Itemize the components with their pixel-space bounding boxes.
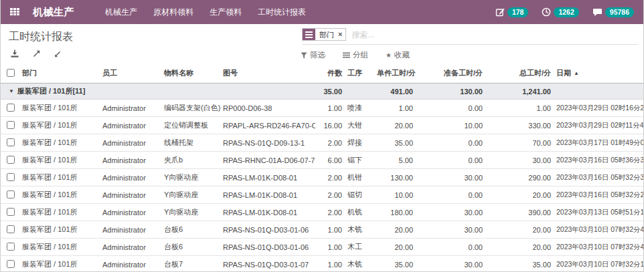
cell-material: 台板6 <box>161 239 220 256</box>
filters-button[interactable]: 筛选 <box>301 50 325 60</box>
cell-material: Y向驱动座 <box>161 169 220 186</box>
cell-process: 锯切 <box>345 186 374 204</box>
cell-department: 服装军团 / 101所 <box>19 221 100 239</box>
favorites-button[interactable]: ★ 收藏 <box>386 50 410 60</box>
app-window: 机械生产 机械生产 原材料领料 生产领料 工时统计报表 178 1262 <box>0 0 644 272</box>
cell-drawing: RPAS-LM-01K-D08-01 <box>220 169 315 186</box>
cell-employee: Administrator <box>100 221 161 239</box>
column-header-process[interactable]: 工序 <box>345 63 374 84</box>
cell-process: 喷漆 <box>345 100 374 117</box>
table-row[interactable]: 服装军团 / 101所 Administrator Y向驱动座 RPAS-LM-… <box>1 204 644 221</box>
row-checkbox[interactable] <box>7 138 15 146</box>
table-row[interactable]: 服装军团 / 101所 Administrator 台板6 RPAS-NS-01… <box>1 239 644 256</box>
row-checkbox[interactable] <box>7 104 15 112</box>
cell-unit-time: 130.00 <box>374 169 416 186</box>
notification-count: 178 <box>507 7 529 17</box>
row-checkbox[interactable] <box>7 225 15 233</box>
systray-messages[interactable]: 95786 <box>592 7 634 17</box>
menu-item-work-hours-report[interactable]: 工时统计报表 <box>258 7 306 18</box>
column-header-drawing[interactable]: 图号 <box>220 63 315 84</box>
cell-qty: 6.00 <box>315 152 345 169</box>
page-title: 工时统计报表 <box>9 30 73 44</box>
table-row[interactable]: 服装军团 / 101所 Administrator 编码器支架(白色) RP00… <box>1 100 644 117</box>
cell-drawing: RPAS-NS-01Q-D03-01-06 <box>220 221 315 239</box>
cell-date: 2023年03月16日 05时36分32秒 <box>554 152 644 169</box>
group-total-qty: 35.00 <box>315 84 345 100</box>
cell-unit-time: 10.00 <box>374 186 416 204</box>
table-row[interactable]: 服装军团 / 101所 Administrator 台板6 RPAS-NS-01… <box>1 221 644 239</box>
cell-department: 服装军团 / 101所 <box>19 152 100 169</box>
cell-qty: 2.00 <box>315 134 345 152</box>
cell-department: 服装军团 / 101所 <box>19 169 100 186</box>
row-checkbox[interactable] <box>7 190 15 198</box>
table-row[interactable]: 服装军团 / 101所 Administrator 定位销调整板 RPAPL-A… <box>1 117 644 134</box>
column-header-qty[interactable]: 件数 <box>315 63 345 84</box>
group-label: 服装军团 / 101所[11] <box>17 87 85 95</box>
cell-total-time: 35.00 <box>485 256 554 272</box>
cell-date: 2023年03月10日 07时32分45秒 <box>554 221 644 239</box>
row-checkbox[interactable] <box>7 260 15 268</box>
table-row[interactable]: 服装军团 / 101所 Administrator 台板7 RPAS-NS-01… <box>1 256 644 272</box>
column-header-total-time[interactable]: 总工时/分 <box>485 63 554 84</box>
systray-activities[interactable]: 1262 <box>542 7 578 17</box>
apps-grid-icon[interactable] <box>10 8 21 17</box>
column-header-employee[interactable]: 员工 <box>100 63 161 84</box>
systray-notes[interactable]: 178 <box>495 7 529 17</box>
row-checkbox[interactable] <box>7 121 15 129</box>
cell-date: 2023年03月29日 02时11分44秒 <box>554 117 644 134</box>
cell-drawing: RPAS-NS-01Q-D09-13-1 <box>220 134 315 152</box>
table-row[interactable]: 服装军团 / 101所 Administrator 夹爪b RPAS-RHNC-… <box>1 152 644 169</box>
cell-material: Y向驱动座 <box>161 204 220 221</box>
cell-qty: 1.00 <box>315 100 345 117</box>
column-header-date[interactable]: 日期▲ <box>554 63 644 84</box>
cell-unit-time: 35.00 <box>374 256 416 272</box>
star-icon: ★ <box>386 51 392 59</box>
cell-unit-time: 20.00 <box>374 239 416 256</box>
search-bar: 部门 × <box>302 28 638 45</box>
download-icon[interactable] <box>10 49 19 61</box>
cell-unit-time: 180.00 <box>374 204 416 221</box>
facet-remove-icon[interactable]: × <box>337 29 345 40</box>
app-title: 机械生产 <box>33 6 74 19</box>
cell-material: 编码器支架(白色) <box>161 100 220 117</box>
row-checkbox[interactable] <box>7 208 15 216</box>
row-checkbox[interactable] <box>7 243 15 251</box>
cell-department: 服装军团 / 101所 <box>19 186 100 204</box>
row-checkbox[interactable] <box>7 173 15 181</box>
cell-total-time: 20.00 <box>485 239 554 256</box>
cell-department: 服装军团 / 101所 <box>19 204 100 221</box>
group-by-bars-icon <box>343 52 350 58</box>
row-checkbox[interactable] <box>7 156 15 164</box>
table-row[interactable]: 服装军团 / 101所 Administrator 线桶托架 RPAS-NS-0… <box>1 134 644 152</box>
cell-total-time: 30.00 <box>485 152 554 169</box>
expand-all-icon[interactable] <box>32 49 41 61</box>
column-header-prep-time[interactable]: 准备工时/分 <box>416 63 485 84</box>
table-row[interactable]: 服装军团 / 101所 Administrator Y向驱动座 RPAS-LM-… <box>1 169 644 186</box>
cell-date: 2023年03月29日 02时16分23秒 <box>554 100 644 117</box>
cell-drawing: RPAS-NS-01Q-D03-01-07 <box>220 256 315 272</box>
chat-icon <box>592 7 602 17</box>
group-by-button[interactable]: 分组 <box>343 50 368 60</box>
menu-item-raw-material-picking[interactable]: 原材料领料 <box>153 7 193 18</box>
cell-prep-time: 0.00 <box>416 134 485 152</box>
systray: 178 1262 95786 <box>495 7 634 17</box>
group-row-expanded[interactable]: ▼服装军团 / 101所[11] 35.00 491.00 130.00 1,2… <box>1 84 644 100</box>
menu-item-machinery-production[interactable]: 机械生产 <box>105 7 137 18</box>
cell-drawing: RP000-D06-38 <box>220 100 315 117</box>
cell-process: 焊接 <box>345 134 374 152</box>
column-header-unit-time[interactable]: 单件工时/分 <box>374 63 416 84</box>
cell-process: 机铣 <box>345 204 374 221</box>
cell-date: 2023年03月10日 07时32分16秒 <box>554 256 644 272</box>
filter-funnel-icon <box>301 52 307 59</box>
select-all-checkbox[interactable] <box>7 69 15 77</box>
search-input[interactable] <box>350 29 638 40</box>
cell-date: 2023年03月13日 05时51分10秒 <box>554 204 644 221</box>
cell-employee: Administrator <box>100 169 161 186</box>
menu-item-production-picking[interactable]: 生产领料 <box>210 7 242 18</box>
table-row[interactable]: 服装军团 / 101所 Administrator Y向驱动座 RPAS-LM-… <box>1 186 644 204</box>
column-header-material[interactable]: 物料名称 <box>161 63 220 84</box>
cell-qty: 2.00 <box>315 204 345 221</box>
cell-material: 夹爪b <box>161 152 220 169</box>
collapse-all-icon[interactable] <box>54 49 62 61</box>
column-header-department[interactable]: 部门 <box>19 63 100 84</box>
